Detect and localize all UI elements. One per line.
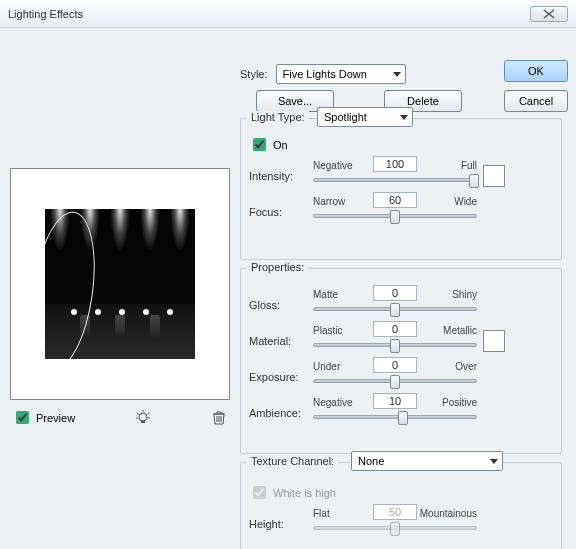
light-color-swatch[interactable]	[483, 165, 505, 187]
style-dropdown[interactable]: Five Lights Down	[276, 64, 406, 84]
window-close-button[interactable]	[530, 6, 568, 22]
white-is-high-checkbox: White is high	[249, 483, 336, 502]
on-checkbox-input[interactable]	[253, 138, 266, 151]
ambience-label: Ambience:	[249, 407, 307, 419]
material-value[interactable]: 0	[373, 321, 417, 337]
window-title: Lighting Effects	[8, 8, 83, 20]
exposure-slider[interactable]: Under 0 Over	[313, 363, 477, 391]
trash-icon[interactable]	[210, 409, 228, 427]
focus-value[interactable]: 60	[373, 192, 417, 208]
ok-button[interactable]: OK	[504, 60, 568, 82]
gloss-label: Gloss:	[249, 299, 307, 311]
height-value: 50	[373, 504, 417, 520]
exposure-label: Exposure:	[249, 371, 307, 383]
material-label: Material:	[249, 335, 307, 347]
intensity-label: Intensity:	[249, 170, 307, 182]
ambient-color-swatch[interactable]	[483, 330, 505, 352]
chevron-down-icon	[393, 72, 401, 77]
light-type-group: Light Type: Spotlight On Intensity: Nega…	[240, 118, 562, 260]
light-type-dropdown[interactable]: Spotlight	[317, 107, 413, 127]
focus-slider[interactable]: Narrow 60 Wide	[313, 198, 477, 226]
focus-label: Focus:	[249, 206, 307, 218]
white-is-high-label: White is high	[273, 487, 336, 499]
texture-group: Texture Channel: None White is high Heig…	[240, 462, 562, 549]
white-is-high-input	[253, 486, 266, 499]
gloss-value[interactable]: 0	[373, 285, 417, 301]
texture-channel-value: None	[358, 455, 384, 467]
height-slider: Flat 50 Mountainous	[313, 510, 477, 538]
chevron-down-icon	[490, 459, 498, 464]
preview-checkbox[interactable]: Preview	[12, 408, 75, 427]
texture-legend: Texture Channel:	[247, 455, 338, 467]
gloss-slider[interactable]: Matte 0 Shiny	[313, 291, 477, 319]
cancel-button[interactable]: Cancel	[504, 90, 568, 112]
chevron-down-icon	[400, 115, 408, 120]
properties-legend: Properties:	[247, 261, 308, 273]
ambience-slider[interactable]: Negative 10 Positive	[313, 399, 477, 427]
svg-point-0	[139, 413, 147, 421]
light-type-legend: Light Type:	[247, 111, 309, 123]
titlebar: Lighting Effects	[0, 0, 576, 28]
texture-channel-dropdown[interactable]: None	[351, 451, 503, 471]
exposure-value[interactable]: 0	[373, 357, 417, 373]
ambience-value[interactable]: 10	[373, 393, 417, 409]
preview-checkbox-input[interactable]	[16, 411, 29, 424]
style-value: Five Lights Down	[283, 68, 367, 80]
intensity-slider[interactable]: Negative 100 Full	[313, 162, 477, 190]
preview-frame[interactable]	[10, 168, 230, 400]
intensity-value[interactable]: 100	[373, 156, 417, 172]
properties-group: Properties: Gloss: Matte 0 Shiny Materia…	[240, 268, 562, 454]
style-label: Style:	[240, 68, 268, 80]
lightbulb-icon[interactable]	[134, 409, 152, 427]
on-checkbox[interactable]: On	[249, 135, 288, 154]
preview-image	[45, 209, 195, 359]
height-label: Height:	[249, 518, 307, 530]
light-type-value: Spotlight	[324, 111, 367, 123]
material-slider[interactable]: Plastic 0 Metallic	[313, 327, 477, 355]
preview-label: Preview	[36, 412, 75, 424]
on-label: On	[273, 139, 288, 151]
